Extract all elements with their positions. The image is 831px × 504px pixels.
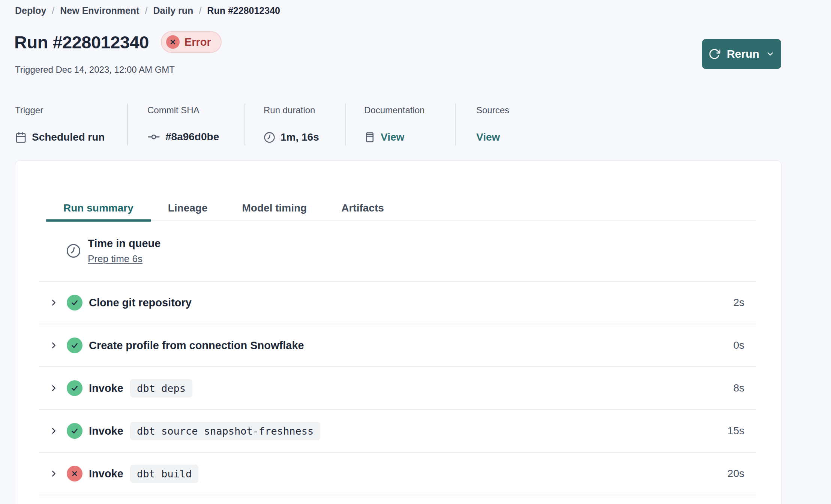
sources-view-link[interactable]: View	[476, 131, 500, 143]
tab-bar: Run summary Lineage Model timing Artifac…	[46, 197, 756, 221]
step-name: Invoke	[89, 425, 123, 437]
documentation-view-link[interactable]: View	[381, 131, 404, 143]
prep-time-link[interactable]: Prep time 6s	[88, 253, 160, 265]
breadcrumb-deploy[interactable]: Deploy	[15, 5, 46, 16]
rerun-button[interactable]: Rerun	[702, 39, 781, 69]
meta-trigger-label: Trigger	[15, 105, 127, 116]
run-summary-card: Run summary Lineage Model timing Artifac…	[15, 160, 782, 504]
breadcrumb-separator: /	[52, 5, 54, 16]
meta-commit-label: Commit SHA	[147, 105, 244, 116]
step-name: Create profile from connection Snowflake	[89, 339, 304, 352]
meta-trigger: Trigger Scheduled run	[15, 104, 128, 146]
step-name: Invoke	[89, 382, 123, 394]
chevron-right-icon[interactable]	[50, 470, 58, 478]
meta-sources: Sources View	[456, 104, 538, 146]
time-in-queue-title: Time in queue	[88, 237, 160, 250]
step-duration: 15s	[728, 425, 744, 437]
breadcrumb-environment[interactable]: New Environment	[60, 5, 139, 16]
chevron-down-icon	[766, 50, 775, 58]
step-name: Clone git repository	[89, 297, 192, 309]
chevron-right-icon[interactable]	[50, 341, 58, 350]
step-row-clone-git[interactable]: Clone git repository 2s	[39, 282, 756, 324]
time-in-queue-block: Time in queue Prep time 6s	[39, 221, 756, 282]
meta-documentation: Documentation View	[346, 104, 456, 146]
step-row-dbt-build[interactable]: Invoke dbt build 20s	[39, 453, 756, 495]
docs-icon	[364, 132, 375, 143]
run-detail-page: Deploy / New Environment / Daily run / R…	[0, 0, 831, 504]
clock-icon	[264, 132, 275, 143]
meta-documentation-label: Documentation	[364, 105, 455, 116]
commit-icon	[147, 130, 160, 143]
run-meta-row: Trigger Scheduled run Commit SHA #8a96d0…	[15, 104, 538, 146]
triggered-timestamp: Triggered Dec 14, 2023, 12:00 AM GMT	[15, 64, 175, 75]
chevron-right-icon[interactable]	[50, 298, 58, 307]
title-row: Run #228012340 Error	[14, 31, 222, 53]
clock-icon	[66, 243, 81, 258]
meta-commit: Commit SHA #8a96d0be	[128, 104, 245, 146]
page-title: Run #228012340	[14, 32, 149, 52]
breadcrumb-separator: /	[145, 5, 147, 16]
tab-artifacts[interactable]: Artifacts	[324, 197, 401, 222]
step-name: Invoke	[89, 468, 123, 480]
tab-run-summary[interactable]: Run summary	[46, 197, 151, 222]
step-duration: 8s	[733, 382, 744, 394]
step-duration: 2s	[733, 297, 744, 309]
breadcrumb: Deploy / New Environment / Daily run / R…	[15, 5, 280, 16]
breadcrumb-current-run: Run #228012340	[207, 5, 280, 16]
success-check-icon	[67, 338, 82, 353]
rerun-button-label: Rerun	[727, 48, 759, 60]
calendar-icon	[15, 132, 27, 143]
chevron-right-icon[interactable]	[50, 427, 58, 435]
meta-duration: Run duration 1m, 16s	[245, 104, 346, 146]
command-badge: dbt deps	[130, 379, 192, 398]
tab-model-timing[interactable]: Model timing	[225, 197, 324, 222]
chevron-right-icon[interactable]	[50, 384, 58, 392]
status-badge-label: Error	[184, 36, 211, 48]
meta-duration-value: 1m, 16s	[280, 131, 319, 143]
success-check-icon	[67, 423, 82, 439]
run-step-list: Time in queue Prep time 6s Clone git rep…	[39, 221, 756, 495]
step-row-create-profile[interactable]: Create profile from connection Snowflake…	[39, 324, 756, 367]
command-badge: dbt source snapshot-freshness	[130, 422, 320, 440]
tab-lineage[interactable]: Lineage	[151, 197, 225, 222]
status-badge: Error	[161, 31, 222, 53]
refresh-icon	[708, 48, 720, 60]
meta-commit-value: #8a96d0be	[165, 131, 219, 143]
step-row-source-freshness[interactable]: Invoke dbt source snapshot-freshness 15s	[39, 410, 756, 453]
breadcrumb-job[interactable]: Daily run	[153, 5, 193, 16]
meta-sources-label: Sources	[476, 105, 538, 116]
error-x-icon	[67, 466, 82, 482]
success-check-icon	[67, 295, 82, 310]
step-row-dbt-deps[interactable]: Invoke dbt deps 8s	[39, 367, 756, 410]
breadcrumb-separator: /	[199, 5, 201, 16]
step-duration: 0s	[733, 339, 744, 351]
command-badge: dbt build	[130, 465, 198, 483]
step-duration: 20s	[728, 468, 744, 480]
meta-trigger-value: Scheduled run	[32, 131, 105, 143]
success-check-icon	[67, 380, 82, 396]
error-circle-icon	[166, 35, 180, 49]
meta-duration-label: Run duration	[264, 105, 345, 116]
